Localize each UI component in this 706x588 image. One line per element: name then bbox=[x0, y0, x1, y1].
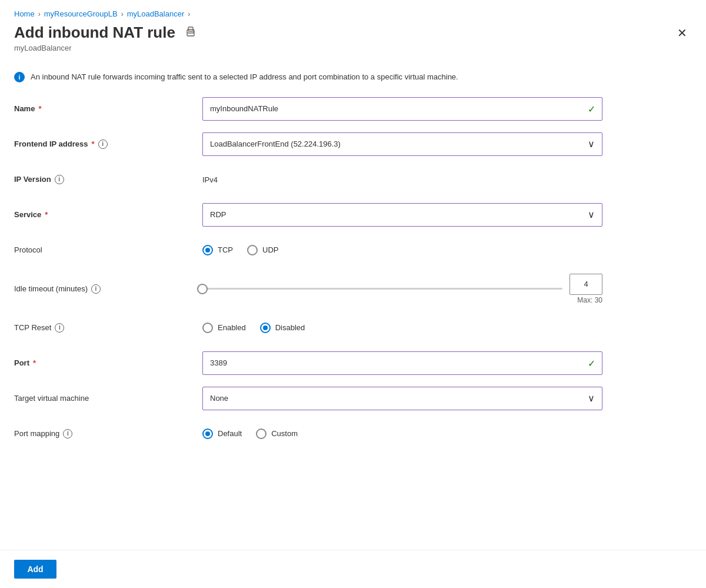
tcp-reset-enabled-option[interactable]: Enabled bbox=[202, 323, 246, 333]
port-mapping-custom-radio[interactable] bbox=[256, 428, 267, 439]
tcp-reset-enabled-radio[interactable] bbox=[202, 323, 213, 333]
idle-timeout-info-icon[interactable]: i bbox=[91, 284, 101, 294]
print-icon[interactable] bbox=[182, 23, 199, 42]
protocol-label: Protocol bbox=[14, 245, 202, 254]
frontend-ip-dropdown[interactable]: LoadBalancerFrontEnd (52.224.196.3) ∨ bbox=[202, 132, 602, 156]
frontend-ip-row: Frontend IP address * i LoadBalancerFron… bbox=[14, 132, 692, 156]
port-value: ✓ bbox=[202, 351, 602, 375]
port-mapping-radio-group: Default Custom bbox=[202, 428, 602, 439]
breadcrumb-load-balancer[interactable]: myLoadBalancer bbox=[127, 9, 185, 18]
svg-rect-0 bbox=[187, 33, 194, 36]
service-value: RDP ∨ bbox=[202, 203, 602, 227]
ip-version-text: IPv4 bbox=[202, 175, 218, 184]
close-icon[interactable]: ✕ bbox=[672, 24, 692, 42]
name-input[interactable] bbox=[202, 97, 602, 121]
port-mapping-default-label: Default bbox=[218, 429, 242, 438]
tcp-reset-disabled-label: Disabled bbox=[275, 323, 305, 332]
breadcrumb-home[interactable]: Home bbox=[14, 9, 35, 18]
protocol-tcp-label: TCP bbox=[218, 245, 233, 254]
ip-version-value: IPv4 bbox=[202, 175, 602, 184]
slider-thumb[interactable] bbox=[197, 284, 208, 294]
port-input[interactable] bbox=[202, 351, 602, 375]
port-row: Port * ✓ bbox=[14, 351, 692, 375]
port-mapping-default-option[interactable]: Default bbox=[202, 428, 242, 439]
port-mapping-label: Port mapping i bbox=[14, 429, 202, 438]
service-dropdown[interactable]: RDP ∨ bbox=[202, 203, 602, 227]
header: Add inbound NAT rule ✕ bbox=[0, 23, 706, 42]
frontend-ip-required: * bbox=[91, 139, 94, 148]
slider-track bbox=[202, 288, 562, 290]
slider-track-container bbox=[202, 277, 562, 301]
service-required: * bbox=[45, 210, 48, 219]
bottom-bar: Add bbox=[0, 550, 706, 588]
target-vm-row: Target virtual machine None ∨ bbox=[14, 387, 692, 410]
protocol-tcp-radio-inner bbox=[205, 248, 210, 253]
port-label: Port * bbox=[14, 358, 202, 367]
protocol-radio-group: TCP UDP bbox=[202, 245, 602, 255]
port-required: * bbox=[33, 358, 36, 367]
port-mapping-default-radio[interactable] bbox=[202, 428, 213, 439]
target-vm-label: Target virtual machine bbox=[14, 394, 202, 403]
protocol-tcp-radio[interactable] bbox=[202, 245, 213, 255]
page-container: Home › myResourceGroupLB › myLoadBalance… bbox=[0, 0, 706, 588]
page-title: Add inbound NAT rule bbox=[14, 24, 175, 42]
breadcrumb-sep-3: › bbox=[188, 10, 190, 18]
slider-value-box: 4 bbox=[570, 274, 602, 295]
frontend-ip-label: Frontend IP address * i bbox=[14, 139, 202, 149]
ip-version-label: IP Version i bbox=[14, 175, 202, 184]
port-input-wrapper: ✓ bbox=[202, 351, 602, 375]
name-label: Name * bbox=[14, 104, 202, 113]
tcp-reset-label: TCP Reset i bbox=[14, 323, 202, 333]
protocol-udp-radio[interactable] bbox=[247, 245, 258, 255]
slider-max-text: Max: 30 bbox=[570, 296, 602, 304]
name-required: * bbox=[38, 104, 41, 113]
ip-version-info-icon[interactable]: i bbox=[55, 175, 64, 184]
protocol-tcp-option[interactable]: TCP bbox=[202, 245, 233, 255]
tcp-reset-disabled-radio-inner bbox=[263, 325, 268, 330]
service-label: Service * bbox=[14, 210, 202, 219]
protocol-udp-label: UDP bbox=[262, 245, 278, 254]
info-text: An inbound NAT rule forwards incoming tr… bbox=[31, 71, 458, 83]
idle-timeout-value: 4 Max: 30 bbox=[202, 274, 602, 304]
tcp-reset-disabled-radio[interactable] bbox=[260, 323, 271, 333]
port-mapping-custom-option[interactable]: Custom bbox=[256, 428, 298, 439]
form-container: Name * ✓ Frontend IP address * i LoadBal… bbox=[0, 97, 706, 446]
tcp-reset-value: Enabled Disabled bbox=[202, 323, 602, 333]
target-vm-dropdown[interactable]: None ∨ bbox=[202, 387, 602, 410]
tcp-reset-row: TCP Reset i Enabled Disabled bbox=[14, 316, 692, 340]
add-button[interactable]: Add bbox=[14, 560, 56, 579]
tcp-reset-info-icon[interactable]: i bbox=[55, 323, 64, 333]
protocol-udp-option[interactable]: UDP bbox=[247, 245, 278, 255]
protocol-row: Protocol TCP UDP bbox=[14, 238, 692, 262]
name-value: ✓ bbox=[202, 97, 602, 121]
breadcrumb-sep-2: › bbox=[121, 10, 124, 18]
frontend-ip-value: LoadBalancerFrontEnd (52.224.196.3) ∨ bbox=[202, 132, 602, 156]
breadcrumb: Home › myResourceGroupLB › myLoadBalance… bbox=[0, 0, 706, 23]
idle-timeout-label: Idle timeout (minutes) i bbox=[14, 284, 202, 294]
port-mapping-row: Port mapping i Default Custom bbox=[14, 422, 692, 446]
service-row: Service * RDP ∨ bbox=[14, 203, 692, 227]
header-left: Add inbound NAT rule bbox=[14, 23, 199, 42]
target-vm-value: None ∨ bbox=[202, 387, 602, 410]
name-input-wrapper: ✓ bbox=[202, 97, 602, 121]
target-vm-chevron-icon: ∨ bbox=[588, 393, 595, 404]
protocol-value: TCP UDP bbox=[202, 245, 602, 255]
tcp-reset-disabled-option[interactable]: Disabled bbox=[260, 323, 305, 333]
info-icon: i bbox=[14, 72, 25, 82]
svg-point-2 bbox=[193, 31, 194, 32]
name-row: Name * ✓ bbox=[14, 97, 692, 121]
port-mapping-info-icon[interactable]: i bbox=[63, 429, 72, 438]
idle-timeout-slider-row: 4 Max: 30 bbox=[202, 274, 602, 304]
port-mapping-default-radio-inner bbox=[205, 431, 210, 436]
slider-col: 4 Max: 30 bbox=[570, 274, 602, 304]
port-mapping-value: Default Custom bbox=[202, 428, 602, 439]
frontend-ip-info-icon[interactable]: i bbox=[98, 139, 108, 149]
idle-timeout-row: Idle timeout (minutes) i 4 Max: 30 bbox=[14, 274, 692, 304]
breadcrumb-resource-group[interactable]: myResourceGroupLB bbox=[44, 9, 118, 18]
breadcrumb-sep-1: › bbox=[38, 10, 41, 18]
tcp-reset-enabled-label: Enabled bbox=[218, 323, 246, 332]
info-box: i An inbound NAT rule forwards incoming … bbox=[14, 71, 692, 83]
name-check-icon: ✓ bbox=[588, 103, 595, 114]
port-check-icon: ✓ bbox=[588, 357, 595, 368]
slider-value-text: 4 bbox=[584, 280, 588, 288]
